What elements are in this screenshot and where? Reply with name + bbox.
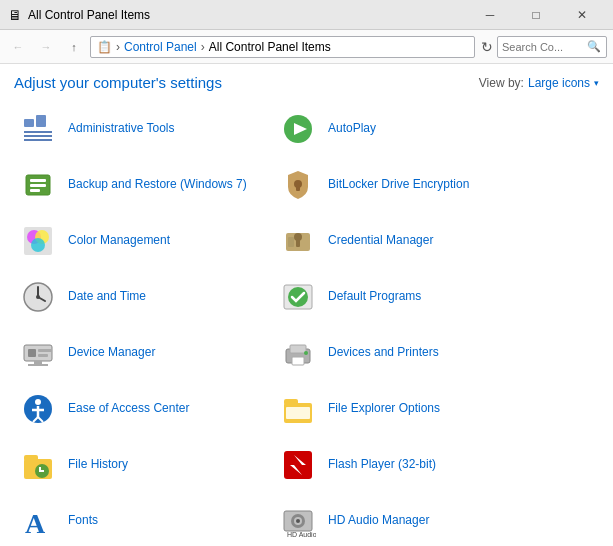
fonts-icon: A	[18, 501, 58, 541]
bitlocker-label: BitLocker Drive Encryption	[328, 177, 469, 193]
breadcrumb-icon: 📋	[97, 40, 112, 54]
cp-item-color-management[interactable]: Color Management	[10, 213, 270, 269]
svg-rect-8	[30, 179, 46, 182]
svg-rect-10	[30, 189, 40, 192]
up-button[interactable]: ↑	[62, 35, 86, 59]
credential-manager-icon	[278, 221, 318, 261]
autoplay-icon	[278, 109, 318, 149]
breadcrumb-control-panel[interactable]: Control Panel	[124, 40, 197, 54]
svg-rect-29	[38, 349, 52, 352]
cp-item-backup-restore[interactable]: Backup and Restore (Windows 7)	[10, 157, 270, 213]
file-explorer-icon	[278, 389, 318, 429]
default-programs-icon	[278, 277, 318, 317]
cp-item-flash-player[interactable]: Flash Player (32-bit)	[270, 437, 530, 493]
cp-item-hd-audio[interactable]: HD Audio HD Audio Manager	[270, 493, 530, 546]
content-header: Adjust your computer's settings View by:…	[0, 64, 613, 97]
administrative-tools-icon	[18, 109, 58, 149]
backup-restore-icon	[18, 165, 58, 205]
svg-rect-3	[24, 135, 52, 137]
svg-rect-19	[296, 239, 300, 247]
svg-rect-20	[288, 237, 294, 247]
svg-point-38	[35, 399, 41, 405]
title-bar-controls: ─ □ ✕	[467, 0, 605, 30]
items-area: Administrative Tools AutoPlay Backup and…	[0, 97, 613, 546]
cp-item-fonts[interactable]: A Fonts	[10, 493, 270, 546]
view-by-value[interactable]: Large icons	[528, 76, 590, 90]
device-manager-label: Device Manager	[68, 345, 155, 361]
view-by-control: View by: Large icons ▾	[479, 76, 599, 90]
administrative-tools-label: Administrative Tools	[68, 121, 175, 137]
close-button[interactable]: ✕	[559, 0, 605, 30]
address-bar: ← → ↑ 📋 › Control Panel › All Control Pa…	[0, 30, 613, 64]
cp-item-bitlocker[interactable]: BitLocker Drive Encryption	[270, 157, 530, 213]
svg-rect-44	[284, 399, 298, 405]
backup-restore-label: Backup and Restore (Windows 7)	[68, 177, 247, 193]
cp-item-file-explorer[interactable]: File Explorer Options	[270, 381, 530, 437]
main-window: Adjust your computer's settings View by:…	[0, 64, 613, 546]
svg-point-36	[304, 351, 308, 355]
cp-item-default-programs[interactable]: Default Programs	[270, 269, 530, 325]
svg-rect-1	[36, 115, 46, 127]
address-path[interactable]: 📋 › Control Panel › All Control Panel It…	[90, 36, 475, 58]
flash-player-label: Flash Player (32-bit)	[328, 457, 436, 473]
search-input[interactable]	[502, 41, 587, 53]
svg-rect-30	[38, 354, 48, 357]
svg-rect-9	[30, 184, 46, 187]
breadcrumb-all-items: All Control Panel Items	[209, 40, 331, 54]
cp-item-ease-access[interactable]: Ease of Access Center	[10, 381, 270, 437]
view-by-label: View by:	[479, 76, 524, 90]
svg-point-24	[36, 295, 40, 299]
cp-item-autoplay[interactable]: AutoPlay	[270, 101, 530, 157]
file-explorer-label: File Explorer Options	[328, 401, 440, 417]
refresh-button[interactable]: ↻	[481, 39, 493, 55]
back-button[interactable]: ←	[6, 35, 30, 59]
title-bar-title: All Control Panel Items	[28, 8, 467, 22]
svg-text:A: A	[25, 508, 46, 539]
svg-point-55	[296, 519, 300, 523]
minimize-button[interactable]: ─	[467, 0, 513, 30]
svg-rect-35	[292, 357, 304, 365]
flash-player-icon	[278, 445, 318, 485]
svg-rect-32	[28, 364, 48, 366]
default-programs-label: Default Programs	[328, 289, 421, 305]
forward-button[interactable]: →	[34, 35, 58, 59]
search-icon[interactable]: 🔍	[587, 40, 601, 53]
cp-item-devices-printers[interactable]: Devices and Printers	[270, 325, 530, 381]
svg-rect-12	[296, 186, 300, 191]
svg-rect-34	[290, 345, 306, 353]
cp-item-date-time[interactable]: Date and Time	[10, 269, 270, 325]
svg-text:HD Audio: HD Audio	[287, 531, 316, 538]
cp-item-credential-manager[interactable]: Credential Manager	[270, 213, 530, 269]
autoplay-label: AutoPlay	[328, 121, 376, 137]
svg-rect-45	[286, 407, 310, 419]
svg-rect-0	[24, 119, 34, 127]
hd-audio-label: HD Audio Manager	[328, 513, 429, 529]
svg-point-16	[31, 238, 45, 252]
svg-rect-47	[24, 455, 38, 461]
hd-audio-icon: HD Audio	[278, 501, 318, 541]
svg-rect-4	[24, 139, 52, 141]
maximize-button[interactable]: □	[513, 0, 559, 30]
ease-access-label: Ease of Access Center	[68, 401, 189, 417]
devices-printers-label: Devices and Printers	[328, 345, 439, 361]
color-management-label: Color Management	[68, 233, 170, 249]
credential-manager-label: Credential Manager	[328, 233, 433, 249]
search-box[interactable]: 🔍	[497, 36, 607, 58]
date-time-label: Date and Time	[68, 289, 146, 305]
devices-printers-icon	[278, 333, 318, 373]
file-history-label: File History	[68, 457, 128, 473]
svg-rect-28	[28, 349, 36, 357]
bitlocker-icon	[278, 165, 318, 205]
ease-access-icon	[18, 389, 58, 429]
view-by-arrow[interactable]: ▾	[594, 78, 599, 88]
title-bar-icon: 🖥	[8, 7, 22, 23]
svg-rect-31	[34, 361, 42, 364]
color-management-icon	[18, 221, 58, 261]
device-manager-icon	[18, 333, 58, 373]
file-history-icon	[18, 445, 58, 485]
cp-item-device-manager[interactable]: Device Manager	[10, 325, 270, 381]
title-bar: 🖥 All Control Panel Items ─ □ ✕	[0, 0, 613, 30]
cp-item-administrative-tools[interactable]: Administrative Tools	[10, 101, 270, 157]
svg-rect-2	[24, 131, 52, 133]
cp-item-file-history[interactable]: File History	[10, 437, 270, 493]
